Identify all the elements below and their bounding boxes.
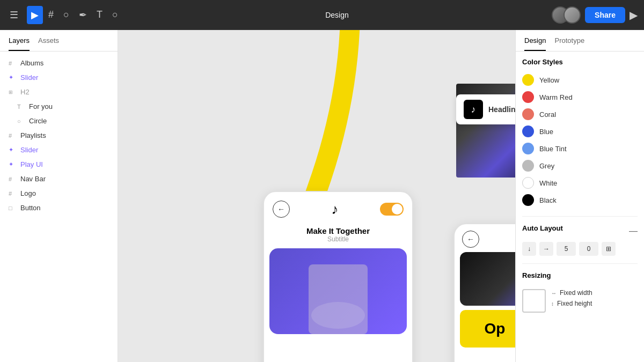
al-grid-icon[interactable]: ⊞ bbox=[602, 242, 616, 256]
frame-icon-3: # bbox=[9, 176, 16, 182]
right-panel: Design Prototype Color Styles Yellow War… bbox=[515, 30, 644, 362]
color-item-yellow[interactable]: Yellow bbox=[522, 71, 638, 88]
topbar: ☰ ▶ # ○ ✒ T ○ Design Share ▶ bbox=[0, 0, 644, 30]
fixed-width-option[interactable]: ↔ Fixed width bbox=[551, 289, 592, 297]
menu-button[interactable]: ☰ bbox=[6, 6, 21, 24]
frame-icon: # bbox=[9, 60, 16, 67]
toggle-knob bbox=[392, 204, 402, 215]
collapse-auto-layout[interactable]: — bbox=[629, 226, 638, 236]
resizing-title: Resizing bbox=[522, 271, 551, 279]
auto-layout-title: Auto Layout bbox=[522, 224, 563, 232]
al-spacing-input[interactable] bbox=[557, 242, 576, 256]
right-tabs: Design Prototype bbox=[516, 30, 644, 51]
resize-preview-box[interactable] bbox=[522, 289, 546, 313]
color-name-grey: Grey bbox=[539, 162, 554, 170]
layer-item-button[interactable]: □ Button bbox=[0, 201, 118, 215]
back-button-right[interactable]: ← bbox=[462, 231, 479, 248]
component-icon-3: ✦ bbox=[9, 161, 16, 168]
play-button[interactable]: ▶ bbox=[630, 9, 638, 21]
comment-tool[interactable]: ○ bbox=[108, 6, 122, 24]
toolbar-tools: ▶ # ○ ✒ T ○ bbox=[27, 6, 122, 24]
layer-item-navbar[interactable]: # Nav Bar bbox=[0, 172, 118, 186]
color-name-yellow: Yellow bbox=[539, 76, 559, 84]
color-item-coral[interactable]: Coral bbox=[522, 106, 638, 123]
tab-layers[interactable]: Layers bbox=[9, 36, 30, 51]
resizing-area: ↔ Fixed width ↕ Fixed height bbox=[522, 289, 638, 313]
tab-assets[interactable]: Assets bbox=[38, 36, 59, 51]
layer-item-foryou[interactable]: T For you bbox=[0, 99, 118, 114]
swatch-warmred bbox=[522, 91, 534, 103]
frame-dashed-icon: ⊞ bbox=[9, 90, 16, 95]
card-left[interactable]: ← ♪ Make It Together Subtitle bbox=[263, 191, 413, 362]
swatch-yellow bbox=[522, 74, 534, 86]
color-name-white: White bbox=[539, 179, 557, 187]
component-icon-2: ✦ bbox=[9, 146, 16, 153]
al-padding-input[interactable] bbox=[579, 242, 598, 256]
shape-tool[interactable]: ○ bbox=[59, 6, 74, 24]
color-item-bluetint[interactable]: Blue Tint bbox=[522, 140, 638, 157]
color-item-blue[interactable]: Blue bbox=[522, 123, 638, 140]
component-icon: ✦ bbox=[9, 74, 16, 81]
share-button[interactable]: Share bbox=[585, 7, 625, 23]
pen-tool[interactable]: ✒ bbox=[75, 6, 91, 24]
toggle-switch[interactable] bbox=[380, 203, 404, 216]
resizing-section: Resizing ↔ Fixed width ↕ Fixed height bbox=[522, 263, 638, 313]
text-icon: T bbox=[17, 104, 25, 110]
swatch-blue bbox=[522, 125, 534, 137]
swatch-bluetint bbox=[522, 143, 534, 154]
al-right-arrow[interactable]: → bbox=[539, 242, 553, 256]
al-down-arrow[interactable]: ↓ bbox=[522, 242, 536, 256]
color-item-black[interactable]: Black bbox=[522, 191, 638, 209]
tab-prototype[interactable]: Prototype bbox=[554, 36, 584, 51]
avatar-2 bbox=[564, 6, 581, 24]
color-item-warmred[interactable]: Warm Red bbox=[522, 88, 638, 106]
layer-item-slider-1[interactable]: ✦ Slider bbox=[0, 70, 118, 85]
thumb-yellow: Op bbox=[460, 310, 515, 348]
card-left-image bbox=[269, 248, 407, 334]
layer-item-h2[interactable]: ⊞ H2 bbox=[0, 85, 118, 99]
card-right-header: ← ♪ bbox=[455, 224, 515, 252]
music-note-left: ♪ bbox=[332, 201, 339, 218]
topbar-center: Design bbox=[127, 11, 547, 19]
layer-item-logo[interactable]: # Logo bbox=[0, 186, 118, 201]
right-content: Color Styles Yellow Warm Red Coral Blue bbox=[516, 51, 644, 362]
card-subtitle: Subtitle bbox=[273, 235, 404, 243]
select-tool[interactable]: ▶ bbox=[27, 6, 43, 24]
color-name-coral: Coral bbox=[539, 110, 556, 119]
canvas[interactable]: ♪ Headline ✦ ⏪ NEW! ✦ ← ♪ Make It Togeth bbox=[118, 30, 515, 362]
card-left-info: Make It Together Subtitle bbox=[264, 226, 412, 243]
color-styles-title: Color Styles bbox=[522, 58, 638, 66]
tab-design[interactable]: Design bbox=[524, 36, 546, 51]
headline-component[interactable]: ♪ Headline bbox=[456, 94, 515, 124]
color-name-blue: Blue bbox=[539, 128, 553, 136]
frame-icon-2: # bbox=[9, 132, 16, 139]
color-name-warmred: Warm Red bbox=[539, 93, 573, 101]
swatch-grey bbox=[522, 160, 534, 172]
left-panel: Layers Assets # Albums ✦ Slider ⊞ H2 T F… bbox=[0, 30, 118, 362]
color-styles-section: Color Styles Yellow Warm Red Coral Blue bbox=[522, 58, 638, 209]
panel-tabs: Layers Assets bbox=[0, 30, 118, 51]
layer-item-circle[interactable]: ○ Circle bbox=[0, 114, 118, 128]
headline-icon: ♪ bbox=[464, 100, 483, 119]
fixed-width-icon: ↔ bbox=[551, 290, 557, 296]
headline-label: Headline bbox=[488, 105, 515, 114]
layer-item-albums[interactable]: # Albums bbox=[0, 56, 118, 70]
frame-icon-4: # bbox=[9, 190, 16, 197]
dark-image: ▶ bbox=[460, 252, 515, 306]
color-item-white[interactable]: White bbox=[522, 174, 638, 191]
fixed-height-option[interactable]: ↕ Fixed height bbox=[551, 300, 592, 307]
layer-item-playui[interactable]: ✦ Play UI bbox=[0, 157, 118, 172]
frame-tool[interactable]: # bbox=[44, 6, 58, 24]
card-right[interactable]: ← ♪ ▶ Op bbox=[453, 223, 515, 362]
main-area: Layers Assets # Albums ✦ Slider ⊞ H2 T F… bbox=[0, 30, 644, 362]
resizing-header: Resizing bbox=[522, 271, 638, 285]
text-tool[interactable]: T bbox=[92, 6, 107, 24]
layer-item-slider-2[interactable]: ✦ Slider bbox=[0, 143, 118, 157]
color-item-grey[interactable]: Grey bbox=[522, 157, 638, 174]
layer-list: # Albums ✦ Slider ⊞ H2 T For you ○ Circl… bbox=[0, 51, 118, 362]
layer-item-playlists[interactable]: # Playlists bbox=[0, 128, 118, 143]
back-button-left[interactable]: ← bbox=[273, 201, 290, 218]
color-name-black: Black bbox=[539, 196, 557, 204]
card-left-header: ← ♪ bbox=[264, 192, 412, 226]
fixed-height-label: Fixed height bbox=[557, 300, 592, 307]
